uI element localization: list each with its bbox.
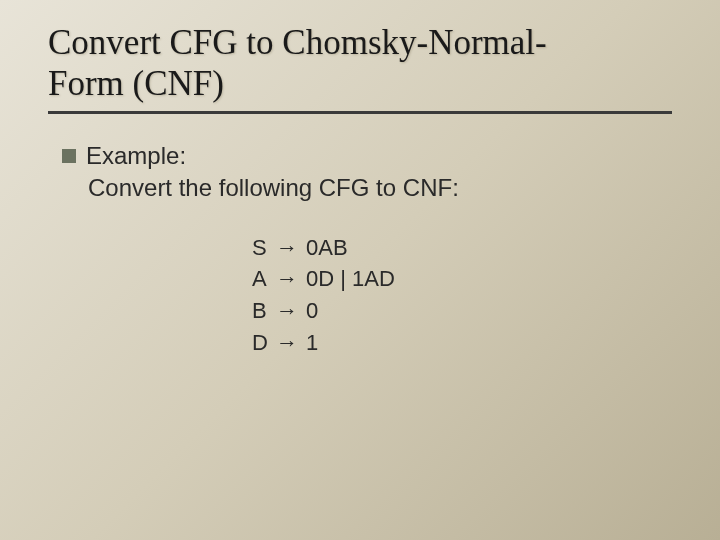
production-rhs: 0AB (306, 232, 348, 264)
example-subtext: Convert the following CFG to CNF: (88, 174, 672, 202)
production-row: D → 1 (252, 327, 672, 359)
arrow-icon: → (276, 232, 298, 264)
slide: Convert CFG to Chomsky-Normal- Form (CNF… (0, 0, 720, 540)
arrow-icon: → (276, 263, 298, 295)
grammar-productions: S → 0AB A → 0D | 1AD B → 0 D → 1 (252, 232, 672, 360)
example-label: Example: (86, 142, 186, 170)
production-rhs: 0 (306, 295, 318, 327)
slide-title: Convert CFG to Chomsky-Normal- Form (CNF… (48, 22, 672, 114)
production-lhs: D (252, 327, 268, 359)
production-lhs: A (252, 263, 268, 295)
bullet-item: Example: (62, 142, 672, 170)
production-row: S → 0AB (252, 232, 672, 264)
square-bullet-icon (62, 149, 76, 163)
production-lhs: B (252, 295, 268, 327)
title-line-1: Convert CFG to Chomsky-Normal- (48, 23, 547, 62)
slide-body: Example: Convert the following CFG to CN… (48, 142, 672, 360)
arrow-icon: → (276, 295, 298, 327)
production-row: A → 0D | 1AD (252, 263, 672, 295)
arrow-icon: → (276, 327, 298, 359)
title-line-2: Form (CNF) (48, 64, 224, 103)
production-rhs: 1 (306, 327, 318, 359)
production-lhs: S (252, 232, 268, 264)
production-rhs: 0D | 1AD (306, 263, 395, 295)
production-row: B → 0 (252, 295, 672, 327)
